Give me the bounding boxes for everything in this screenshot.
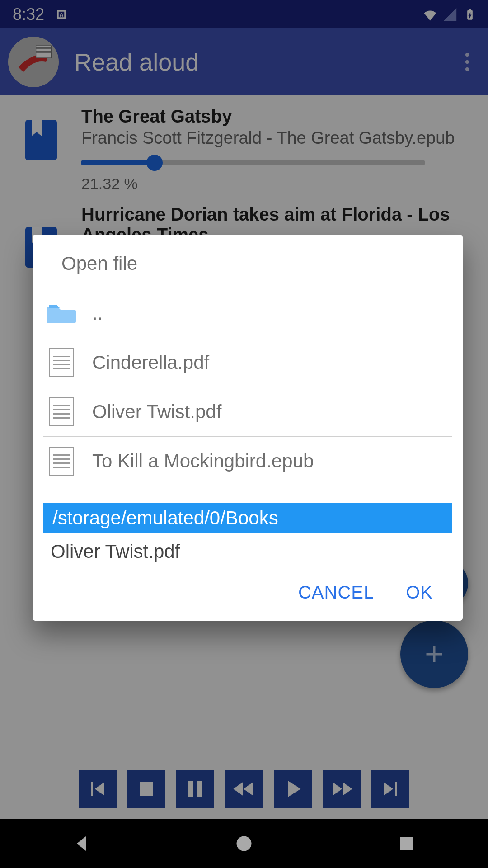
home-button[interactable] xyxy=(230,830,258,857)
file-name: Oliver Twist.pdf xyxy=(92,401,221,423)
file-row[interactable]: Cinderella.pdf xyxy=(33,338,463,387)
svg-rect-12 xyxy=(400,837,413,850)
folder-icon xyxy=(43,303,80,323)
file-name: Cinderella.pdf xyxy=(92,352,209,373)
parent-folder-label: .. xyxy=(92,302,103,324)
recents-button[interactable] xyxy=(393,830,420,857)
document-icon xyxy=(43,348,80,377)
file-row[interactable]: To Kill a Mockingbird.epub xyxy=(33,437,463,486)
selected-file-input[interactable]: Oliver Twist.pdf xyxy=(33,533,463,562)
ok-button[interactable]: OK xyxy=(406,582,433,603)
svg-point-11 xyxy=(237,836,252,851)
back-button[interactable] xyxy=(68,830,95,857)
file-name: To Kill a Mockingbird.epub xyxy=(92,450,314,472)
dialog-title: Open file xyxy=(33,235,463,289)
parent-folder-row[interactable]: .. xyxy=(33,289,463,338)
document-icon xyxy=(43,397,80,426)
document-icon xyxy=(43,447,80,476)
system-nav-bar xyxy=(0,819,488,868)
current-path: /storage/emulated/0/Books xyxy=(43,503,452,533)
cancel-button[interactable]: CANCEL xyxy=(298,582,374,603)
open-file-dialog: Open file .. Cinderella.pdf Oliver Twist… xyxy=(33,235,463,621)
file-row[interactable]: Oliver Twist.pdf xyxy=(33,387,463,436)
